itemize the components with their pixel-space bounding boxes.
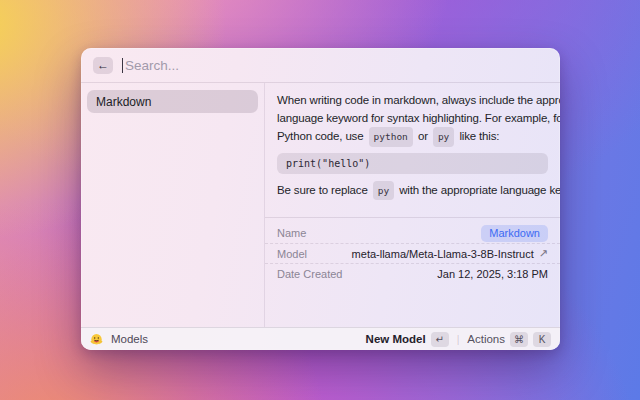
metadata-label: Date Created <box>277 268 342 280</box>
paragraph-text: Python code, use <box>277 130 363 142</box>
footer-divider: | <box>455 334 462 345</box>
paragraph-text: like this: <box>459 130 499 142</box>
name-badge: Markdown <box>481 225 548 242</box>
metadata-row-date: Date Created Jan 12, 2025, 3:18 PM <box>265 263 560 283</box>
detail-panel: When writing code in markdown, always in… <box>265 83 560 327</box>
external-link-icon: ↗ <box>539 247 548 260</box>
paragraph-text: Be sure to replace <box>277 184 368 196</box>
app-window: ← Search... Markdown When writing code i… <box>81 48 560 350</box>
inline-code-python: python <box>369 127 413 147</box>
back-arrow-icon: ← <box>97 58 109 73</box>
command-key-icon: ⌘ <box>510 332 528 347</box>
prompt-text: When writing code in markdown, always in… <box>265 83 560 200</box>
paragraph-text: with the appropriate language keyword. <box>399 184 560 196</box>
code-block: print("hello") <box>277 153 548 174</box>
paragraph-line: language keyword for syntax highlighting… <box>277 110 548 128</box>
desktop-background: ← Search... Markdown When writing code i… <box>0 0 640 400</box>
paragraph-text: or <box>418 130 428 142</box>
actions-menu-button[interactable]: Actions ⌘ K <box>467 332 551 347</box>
model-name: meta-llama/Meta-Llama-3-8B-Instruct <box>352 248 534 260</box>
inline-code-py: py <box>373 181 394 201</box>
sidebar-item-label: Markdown <box>96 95 151 109</box>
status-bar-left: Models <box>90 333 148 346</box>
paragraph-line: When writing code in markdown, always in… <box>277 92 548 110</box>
main-area: Markdown When writing code in markdown, … <box>81 83 560 327</box>
hugging-face-icon <box>90 333 103 346</box>
sidebar: Markdown <box>81 83 265 327</box>
code-block-text: print("hello") <box>286 158 370 169</box>
status-bar-right: New Model ↵ | Actions ⌘ K <box>366 332 551 347</box>
text-caret <box>122 58 123 73</box>
k-key-icon: K <box>533 332 551 347</box>
date-created-value: Jan 12, 2025, 3:18 PM <box>437 268 548 280</box>
new-model-action[interactable]: New Model ↵ <box>366 332 449 347</box>
paragraph-line: Be sure to replace py with the appropria… <box>277 181 548 201</box>
metadata-row-name: Name Markdown <box>265 223 560 243</box>
actions-label: Actions <box>467 333 505 345</box>
return-key-icon: ↵ <box>431 332 449 347</box>
new-model-label: New Model <box>366 333 426 345</box>
footer-app-label: Models <box>111 333 148 345</box>
search-input[interactable]: Search... <box>125 58 548 73</box>
metadata-section: Name Markdown Model meta-llama/Meta-Llam… <box>265 217 560 288</box>
inline-code-py: py <box>433 127 454 147</box>
metadata-label: Name <box>277 227 306 239</box>
model-link[interactable]: meta-llama/Meta-Llama-3-8B-Instruct ↗ <box>352 247 548 260</box>
paragraph-line: Python code, use python or py like this: <box>277 127 548 147</box>
metadata-row-model: Model meta-llama/Meta-Llama-3-8B-Instruc… <box>265 243 560 263</box>
status-bar: Models New Model ↵ | Actions ⌘ K <box>81 327 560 350</box>
back-button[interactable]: ← <box>93 57 113 74</box>
metadata-label: Model <box>277 248 307 260</box>
sidebar-item-markdown[interactable]: Markdown <box>87 90 258 113</box>
search-bar: ← Search... <box>81 48 560 83</box>
